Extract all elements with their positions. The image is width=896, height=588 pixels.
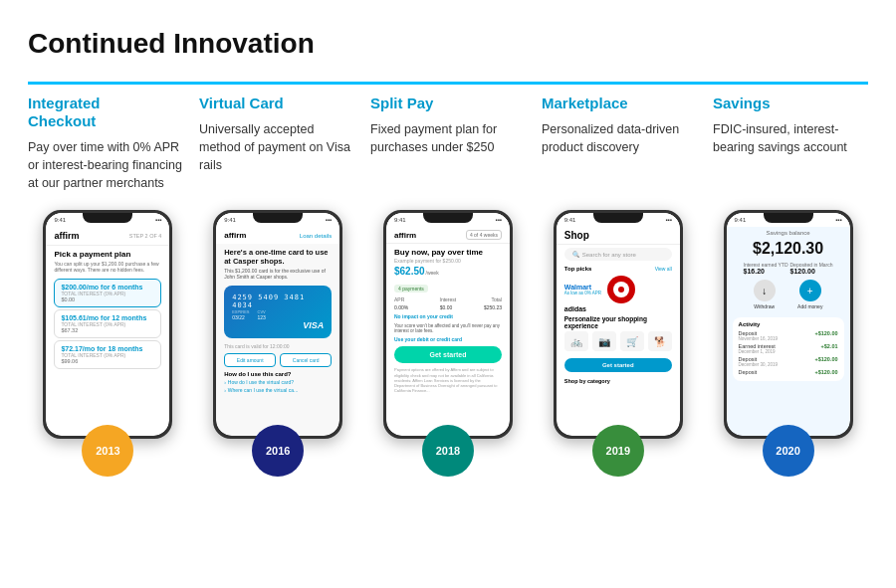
- phone-3-apr-row: APR Interest Total: [394, 296, 502, 302]
- affirm-logo-3: affirm: [394, 231, 416, 240]
- affirm-logo-2: affirm: [224, 231, 246, 240]
- phone-3-values-row: 0.00% $0.00 $250.23: [394, 304, 502, 310]
- category-label: Shop by category: [557, 376, 680, 386]
- phone-2-faq: How do I use this card? How do I use the…: [224, 371, 332, 393]
- savings-stats: Interest earned YTD $16.20 Deposited in …: [735, 260, 842, 277]
- edit-amount-button[interactable]: Edit amount: [224, 353, 276, 367]
- year-badge-2020: 2020: [763, 425, 814, 477]
- phone-2-title: Here's a one-time card to use at Casper …: [224, 248, 332, 266]
- phone-split-pay: 9:41 ▪▪▪ affirm 4 of 4 weeks Buy now, pa…: [368, 210, 529, 477]
- walmart-tag: As low as 0% APR: [564, 291, 601, 295]
- phone-1-sub: You can split up your $1,200.00 purchase…: [46, 261, 169, 277]
- phone-1-opt-2-price: $67.32: [61, 327, 154, 333]
- faq-item-2[interactable]: Where can I use the virtual ca...: [224, 387, 332, 393]
- tx-2-amount: +$2.01: [821, 343, 838, 354]
- category-home-icon: 🛒: [620, 331, 644, 351]
- savings-balance: $2,120.30: [735, 236, 842, 260]
- interest-val: $0.00: [440, 304, 453, 310]
- phone-3-signal: ▪▪▪: [496, 217, 502, 223]
- col-title-savings: Savings: [713, 95, 868, 112]
- phone-2-body: Here's a one-time card to use at Casper …: [216, 244, 339, 399]
- phone-2-time: 9:41: [224, 217, 236, 223]
- phone-3-price-row: $62.50 /week: [394, 266, 502, 277]
- phone-5-screen: 9:41 ▪▪▪ Savings balance $2,120.30 Inter…: [727, 213, 850, 436]
- phone-1-notch: [83, 213, 132, 223]
- col-savings: Savings FDIC-insured, interest-bearing s…: [713, 82, 868, 192]
- cancel-card-button[interactable]: Cancel card: [280, 353, 332, 367]
- phone-3-badge: 4 of 4 weeks: [466, 230, 502, 240]
- card-expiry-val: 03/22: [232, 314, 249, 320]
- phone-5-signal: ▪▪▪: [835, 217, 841, 223]
- split-pay-cta[interactable]: Get started: [394, 346, 502, 363]
- phone-4-time: 9:41: [564, 217, 576, 223]
- faq-item-1[interactable]: How do I use the virtual card?: [224, 379, 332, 385]
- page: Continued Innovation IntegratedCheckout …: [0, 0, 896, 496]
- phone-4-screen: 9:41 ▪▪▪ Shop 🔍 Search for any store Top…: [557, 213, 680, 436]
- info1-title: No impact on your credit: [394, 313, 453, 319]
- marketplace-cta[interactable]: Get started: [564, 358, 672, 372]
- tx-2-date: December 1, 2019: [739, 349, 776, 354]
- tx-3-amount: +$120.00: [814, 356, 837, 367]
- col-desc-savings: FDIC-insured, interest-bearing savings a…: [713, 120, 868, 156]
- phone-1-option-1[interactable]: $200.00/mo for 6 months TOTAL INTEREST (…: [54, 279, 161, 307]
- phone-1-opt-3-title: $72.17/mo for 18 months: [61, 345, 154, 352]
- phone-2: 9:41 ▪▪▪ affirm Loan details Here's a on…: [213, 210, 342, 439]
- phone-5-header: Savings balance $2,120.30 Interest earne…: [727, 227, 850, 315]
- top-picks-row: Top picks View all: [557, 264, 680, 274]
- interest-earned-stat: Interest earned YTD $16.20: [744, 262, 788, 275]
- phone-3-info3: Use your debit or credit card: [394, 336, 502, 343]
- phone-1-signal: ▪▪▪: [155, 217, 161, 223]
- phone-4-header: Shop: [557, 227, 680, 245]
- interest-label: Interest: [440, 296, 457, 302]
- phone-2-buttons: Edit amount Cancel card: [224, 353, 332, 367]
- personalize-title: Personalize your shopping experience: [564, 315, 672, 329]
- columns: IntegratedCheckout Pay over time with 0%…: [28, 82, 868, 192]
- tx-1-date: November 16, 2019: [739, 336, 779, 341]
- tx-1-amount: +$120.00: [814, 330, 837, 341]
- store-search[interactable]: 🔍 Search for any store: [564, 248, 672, 261]
- activity-title: Activity: [739, 321, 838, 327]
- phone-3: 9:41 ▪▪▪ affirm 4 of 4 weeks Buy now, pa…: [383, 210, 513, 439]
- col-desc-virtual-card: Universally accepted method of payment o…: [199, 120, 354, 174]
- category-icons: 🚲 📷 🛒 🐕: [564, 331, 672, 351]
- col-marketplace: Marketplace Personalized data-driven pro…: [542, 82, 713, 192]
- faq-title: How do I use this card?: [224, 371, 332, 377]
- deposited-val: $120.00: [789, 268, 832, 275]
- apr-val: 0.00%: [394, 304, 408, 310]
- phone-integrated-checkout: 9:41 ▪▪▪ affirm STEP 2 OF 4 Pick a payme…: [28, 210, 188, 477]
- col-title-marketplace: Marketplace: [542, 95, 697, 112]
- personalize-section: Personalize your shopping experience 🚲 📷…: [557, 312, 680, 354]
- phone-4: 9:41 ▪▪▪ Shop 🔍 Search for any store Top…: [554, 210, 683, 439]
- phone-4-notch: [593, 213, 643, 223]
- withdraw-action[interactable]: ↓ Withdraw: [754, 280, 776, 309]
- phone-2-loan[interactable]: Loan details: [300, 233, 332, 239]
- card-expiry-row: EXPIRES 03/22 CVV 123: [232, 309, 324, 320]
- add-money-label: Add money: [797, 303, 822, 309]
- total-label: Total: [491, 296, 502, 302]
- col-title-integrated-checkout: IntegratedCheckout: [28, 95, 183, 130]
- transaction-2: Earned interest December 1, 2019 +$2.01: [739, 343, 838, 354]
- page-title: Continued Innovation: [28, 28, 868, 60]
- phone-3-screen: 9:41 ▪▪▪ affirm 4 of 4 weeks Buy now, pa…: [386, 213, 510, 436]
- brand-logos: Walmart As low as 0% APR: [557, 276, 680, 303]
- phone-1-opt-1-price: $0.00: [61, 296, 154, 302]
- phone-1-screen: 9:41 ▪▪▪ affirm STEP 2 OF 4 Pick a payme…: [46, 213, 169, 436]
- phone-2-desc: This $1,200.00 card is for the exclusive…: [224, 268, 332, 280]
- view-all-link[interactable]: View all: [655, 266, 672, 272]
- add-money-action[interactable]: + Add money: [797, 280, 822, 309]
- interest-earned-val: $16.20: [744, 268, 788, 275]
- tx-4-amount: +$120.00: [814, 369, 837, 375]
- phone-2-notch: [253, 213, 303, 223]
- phone-3-fine-print: Payment options are offered by Affirm an…: [394, 367, 502, 393]
- phone-1-time: 9:41: [54, 217, 66, 223]
- phone-1-option-3[interactable]: $72.17/mo for 18 months TOTAL INTEREST (…: [54, 340, 161, 369]
- shop-title: Shop: [564, 230, 672, 241]
- walmart-logo[interactable]: Walmart: [564, 284, 601, 291]
- phone-3-example: Example payment for $250.00: [394, 258, 502, 264]
- phone-1-option-2[interactable]: $105.61/mo for 12 months TOTAL INTEREST …: [54, 309, 161, 338]
- tx-4-name: Deposit: [739, 369, 758, 375]
- walmart-container: Walmart As low as 0% APR: [564, 284, 601, 295]
- phone-3-header: affirm 4 of 4 weeks: [386, 227, 510, 244]
- tx-3-date: December 30, 2019: [739, 362, 779, 367]
- target-logo: [607, 276, 635, 303]
